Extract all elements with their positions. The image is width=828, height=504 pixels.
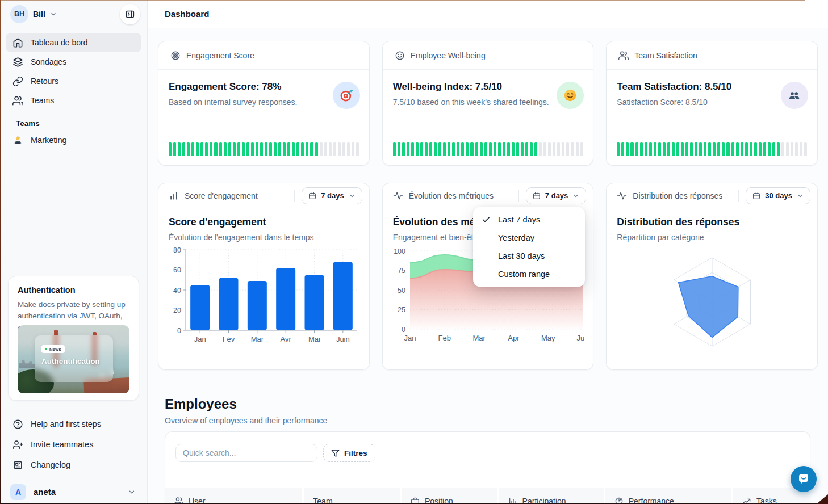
- column-header-position[interactable]: Position: [402, 488, 497, 504]
- user-avatar[interactable]: BH: [10, 5, 28, 23]
- date-range-button[interactable]: 30 days: [746, 187, 810, 204]
- help-circle-icon: [12, 419, 23, 430]
- date-range-menu: Last 7 days Yesterday Last 30 days Custo…: [473, 207, 585, 287]
- window-corner-artifact: [817, 494, 828, 504]
- sidebar-item-tableau-de-bord[interactable]: Tableau de bord: [6, 33, 141, 52]
- sidebar-item-invite[interactable]: Invite teammates: [6, 435, 141, 454]
- workspace-switcher[interactable]: A aneta: [6, 476, 141, 504]
- svg-text:May: May: [541, 334, 555, 342]
- date-range-button[interactable]: 7 days: [302, 187, 362, 204]
- technologist-emoji-icon: [12, 135, 23, 146]
- svg-text:Jun: Jun: [576, 334, 583, 342]
- radar-chart-svg: [617, 246, 808, 358]
- svg-text:20: 20: [173, 306, 181, 314]
- date-range-button[interactable]: 7 days: [526, 187, 586, 204]
- card-header: Score d'engagement 7 days: [158, 183, 369, 208]
- employees-toolbar: Filtres: [165, 432, 810, 474]
- promo-overlay-card: News Authentification: [35, 335, 113, 382]
- progress-bar: [617, 142, 807, 156]
- sidebar-item-help[interactable]: Help and first steps: [6, 414, 141, 434]
- topbar: Dashboard: [148, 0, 828, 28]
- search-input[interactable]: [175, 444, 317, 462]
- chat-bubble-icon: [797, 472, 810, 486]
- divider: [294, 190, 295, 202]
- chevron-down-icon[interactable]: [50, 11, 57, 18]
- chevron-down-icon: [349, 192, 356, 199]
- svg-text:Avr: Avr: [281, 335, 292, 343]
- employees-section-header: Employees Overview of employees and thei…: [165, 396, 327, 425]
- chevron-down-icon: [797, 192, 804, 199]
- chevron-down-icon: [572, 192, 579, 199]
- svg-text:Jan: Jan: [194, 335, 206, 343]
- employees-table-card: Filtres User Team Position Participation: [165, 431, 810, 504]
- green-dot-icon: [45, 348, 47, 350]
- card-body: Well-being Index: 7.5/10 7.5/10 based on…: [383, 70, 593, 165]
- sidebar-item-teams[interactable]: Teams: [6, 91, 141, 110]
- chart-title: Distribution des réponses: [617, 216, 807, 228]
- card-header-label: Employee Well-being: [411, 51, 486, 60]
- divider: [738, 190, 739, 202]
- sidebar-item-sondages[interactable]: Sondages: [6, 52, 141, 72]
- promo-title: Authentication: [18, 285, 129, 295]
- check-icon: [482, 215, 491, 224]
- authentication-promo-card[interactable]: Authentication Make docs private by sett…: [8, 276, 139, 401]
- page-title: Dashboard: [165, 9, 209, 19]
- sidebar-collapse-button[interactable]: [120, 4, 140, 24]
- home-icon: [12, 37, 23, 48]
- column-header-team[interactable]: Team: [304, 488, 400, 504]
- column-header-participation[interactable]: Participation: [499, 488, 604, 504]
- engagement-chart-card: Score d'engagement 7 days Score d'engage…: [158, 183, 370, 370]
- target-icon: [170, 51, 181, 61]
- promo-image: News Authentification: [18, 325, 129, 393]
- stat-title: Engagement Score: 78%: [169, 81, 360, 93]
- card-header: Employee Well-being: [383, 41, 593, 70]
- svg-text:100: 100: [394, 247, 405, 255]
- menu-item-yesterday[interactable]: Yesterday: [473, 229, 585, 247]
- card-header-label: Team Satisfaction: [634, 51, 697, 60]
- sidebar-item-label: Retours: [31, 77, 58, 86]
- sidebar-header: BH Bill: [0, 0, 147, 28]
- layers-icon: [12, 57, 23, 68]
- svg-text:Mar: Mar: [472, 334, 486, 342]
- card-header: Distribution des réponses 30 days: [607, 183, 817, 208]
- target-emoji: [333, 82, 360, 109]
- svg-text:Juin: Juin: [336, 335, 350, 343]
- svg-text:Jan: Jan: [404, 334, 416, 342]
- funnel-icon: [331, 449, 340, 457]
- stat-title: Team Satisfaction: 8.5/10: [617, 81, 808, 93]
- link-icon: [12, 76, 23, 87]
- card-body: Team Satisfaction: 8.5/10 Satisfaction S…: [607, 70, 817, 165]
- card-header: Team Satisfaction: [607, 41, 817, 70]
- smile-icon: [395, 51, 405, 61]
- sidebar: BH Bill Tableau de bord Sondages: [0, 0, 148, 504]
- progress-bar: [393, 142, 583, 156]
- menu-item-last-30-days[interactable]: Last 30 days: [473, 247, 585, 265]
- card-header-label: Engagement Score: [186, 51, 254, 60]
- column-header-user[interactable]: User: [165, 488, 302, 504]
- menu-item-custom-range[interactable]: Custom range: [473, 265, 585, 283]
- promo-caption: Authentification: [41, 357, 106, 366]
- svg-text:25: 25: [398, 306, 405, 314]
- card-header-label: Distribution des réponses: [633, 191, 722, 200]
- bar-chart-icon: [169, 191, 179, 201]
- svg-text:75: 75: [398, 267, 405, 275]
- svg-text:Apr: Apr: [508, 334, 520, 342]
- sidebar-item-marketing[interactable]: Marketing: [6, 131, 141, 149]
- stat-cards-row: Engagement Score Engagement Score: 78% B…: [158, 41, 818, 166]
- filters-button[interactable]: Filtres: [323, 444, 375, 462]
- svg-text:0: 0: [177, 327, 181, 335]
- column-header-performance[interactable]: Performance: [605, 488, 731, 504]
- team-satisfaction-card: Team Satisfaction Team Satisfaction: 8.5…: [606, 41, 818, 166]
- sidebar-item-label: Tableau de bord: [31, 38, 87, 47]
- chevron-down-icon: [128, 488, 136, 496]
- chat-launcher-button[interactable]: [791, 466, 817, 492]
- user-name[interactable]: Bill: [33, 10, 45, 19]
- menu-item-last-7-days[interactable]: Last 7 days: [473, 211, 585, 229]
- sidebar-item-retours[interactable]: Retours: [6, 72, 141, 91]
- card-header: Engagement Score: [158, 41, 369, 70]
- stat-subtitle: Based on internal survey responses.: [169, 98, 360, 107]
- workspace-name: aneta: [34, 487, 56, 497]
- sidebar-item-changelog[interactable]: Changelog: [6, 455, 141, 474]
- changelog-icon: [12, 460, 23, 471]
- svg-text:80: 80: [173, 246, 181, 254]
